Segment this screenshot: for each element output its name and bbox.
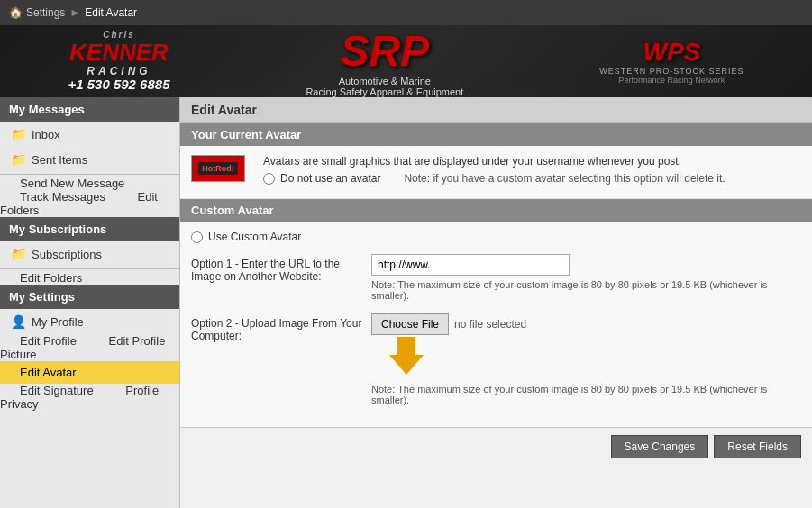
folder-icon: 📁 — [11, 127, 26, 141]
current-avatar-title: Your Current Avatar — [180, 123, 812, 146]
arrow-indicator — [389, 337, 424, 375]
sidebar-item-inbox[interactable]: 📁 Inbox — [0, 122, 179, 147]
option2-row: Option 2 - Upload Image From Your Comput… — [191, 313, 801, 405]
top-nav: 🏠 Settings ► Edit Avatar — [0, 0, 812, 25]
sidebar-item-edit-folders-subs[interactable]: Edit Folders — [0, 267, 91, 289]
current-avatar-section: HotRod! Avatars are small graphics that … — [180, 146, 812, 199]
current-avatar-image: HotRod! — [191, 155, 245, 182]
content-area: Edit Avatar Your Current Avatar HotRod! … — [180, 97, 812, 508]
save-changes-button[interactable]: Save Changes — [611, 435, 709, 458]
breadcrumb-separator: ► — [69, 6, 80, 19]
breadcrumb-current: Edit Avatar — [85, 6, 137, 19]
breadcrumb-home[interactable]: Settings — [26, 6, 65, 19]
no-avatar-option[interactable]: Do not use an avatar Note: if you have a… — [263, 172, 725, 185]
use-custom-option[interactable]: Use Custom Avatar — [191, 231, 801, 243]
bottom-bar: Save Changes Reset Fields — [180, 427, 812, 466]
option2-label: Option 2 - Upload Image From Your Comput… — [191, 313, 371, 342]
file-row: Choose File no file selected — [371, 313, 801, 335]
srp-logo: SRP Automotive & Marine Racing Safety Ap… — [306, 26, 463, 97]
reset-fields-button[interactable]: Reset Fields — [714, 435, 801, 458]
profile-icon: 👤 — [11, 314, 26, 329]
option1-field: Note: The maximum size of your custom im… — [371, 254, 801, 301]
no-avatar-radio[interactable] — [263, 173, 275, 185]
home-icon: 🏠 — [9, 6, 23, 19]
sidebar-item-subscriptions[interactable]: 📁 Subscriptions — [0, 241, 179, 267]
folder-icon-subs: 📁 — [11, 247, 26, 261]
sidebar-header-messages: My Messages — [0, 97, 179, 122]
banner: Chris KENNER RACING +1 530 592 6885 SRP … — [0, 25, 812, 97]
arrow-container — [371, 335, 801, 380]
no-avatar-label: Do not use an avatar — [280, 172, 380, 185]
no-file-text: no file selected — [454, 318, 526, 331]
option2-field: Choose File no file selected Note: The m… — [371, 313, 801, 405]
no-avatar-note: Note: if you have a custom avatar select… — [404, 172, 725, 185]
content-header: Edit Avatar — [180, 97, 812, 123]
sidebar-item-sent[interactable]: 📁 Sent Items — [0, 147, 179, 172]
sidebar: My Messages 📁 Inbox 📁 Sent Items Send Ne… — [0, 97, 180, 508]
wps-logo: WPS WESTERN PRO-STOCK SERIES Performance… — [599, 38, 744, 85]
use-custom-radio[interactable] — [191, 231, 203, 243]
custom-avatar-section: Use Custom Avatar Option 1 - Enter the U… — [180, 222, 812, 427]
kenner-logo: Chris KENNER RACING +1 530 592 6885 — [68, 30, 169, 92]
option2-note: Note: The maximum size of your custom im… — [371, 384, 777, 405]
option1-row: Option 1 - Enter the URL to the Image on… — [191, 254, 801, 301]
custom-avatar-title: Custom Avatar — [180, 199, 812, 222]
main-layout: My Messages 📁 Inbox 📁 Sent Items Send Ne… — [0, 97, 812, 508]
use-custom-label: Use Custom Avatar — [208, 231, 301, 243]
choose-file-button[interactable]: Choose File — [371, 313, 449, 335]
avatar-description: Avatars are small graphics that are disp… — [263, 155, 725, 168]
option1-input[interactable] — [371, 254, 570, 276]
option1-label: Option 1 - Enter the URL to the Image on… — [191, 254, 371, 283]
folder-icon-sent: 📁 — [11, 152, 26, 167]
option1-note: Note: The maximum size of your custom im… — [371, 279, 777, 301]
